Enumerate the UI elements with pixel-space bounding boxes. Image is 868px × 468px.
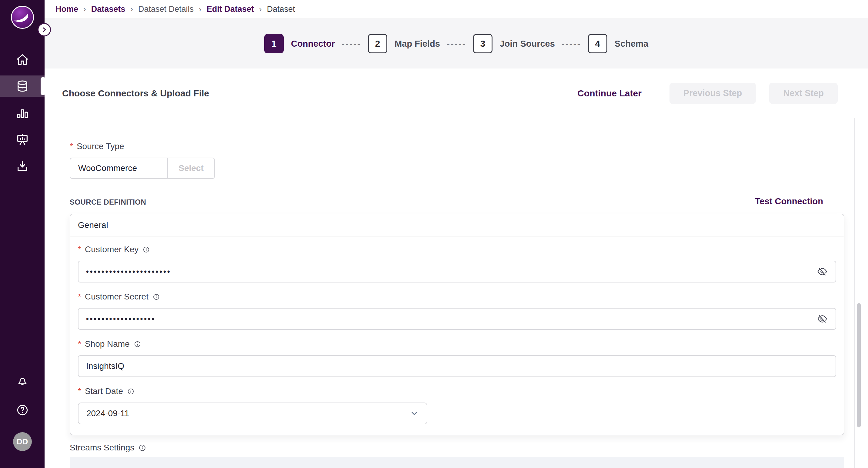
info-icon[interactable] [153,293,160,301]
stepper-band: 1 Connector ----- 2 Map Fields ----- 3 J… [44,19,868,68]
breadcrumb-separator: › [199,4,202,14]
sidebar-item-analytics[interactable] [0,99,44,126]
step-label: Map Fields [395,39,440,49]
step-number-badge: 2 [368,34,387,53]
shop-name-label: Shop Name [85,339,130,349]
breadcrumb-dataset-details[interactable]: Dataset Details [138,4,194,14]
info-icon[interactable] [134,341,141,348]
app-window: DD Home › Datasets › Dataset Details › E… [0,0,868,468]
notifications-button[interactable] [16,375,29,389]
help-button[interactable] [16,403,29,418]
breadcrumb-edit-dataset[interactable]: Edit Dataset [207,4,254,14]
breadcrumb-separator: › [130,4,133,14]
sidebar-item-datasets[interactable] [0,73,44,99]
shop-name-value: InsightsIQ [86,361,829,371]
download-icon [16,159,29,173]
brand-logo-icon [10,5,34,29]
bar-chart-icon [16,106,29,120]
sidebar-footer: DD [0,375,44,451]
sidebar-item-downloads[interactable] [0,153,44,180]
required-asterisk: * [78,245,81,254]
chevron-down-icon [410,409,419,418]
step-number-badge: 3 [473,34,493,53]
source-type-label-row: * Source Type [70,141,844,152]
chevron-right-icon [40,26,48,34]
page-header: Choose Connectors & Upload File Continue… [44,68,868,118]
home-icon [16,53,29,66]
streams-settings-row: Streams Settings [70,442,844,453]
sidebar-active-indicator [41,77,45,95]
breadcrumb-dataset: Dataset [267,4,295,14]
sidebar: DD [0,0,44,468]
shop-name-label-row: * Shop Name [78,339,836,349]
previous-step-button[interactable]: Previous Step [670,83,756,104]
source-type-label: Source Type [77,142,124,151]
step-number-badge: 4 [588,34,607,53]
customer-key-label-row: * Customer Key [78,244,836,255]
brand-logo[interactable] [0,5,44,29]
shop-name-input[interactable]: InsightsIQ [78,355,836,377]
start-date-label: Start Date [85,386,123,396]
sidebar-item-home[interactable] [0,46,44,73]
bell-icon [16,375,29,388]
step-join-sources[interactable]: 3 Join Sources [473,34,555,53]
group-title-general: General [70,214,844,237]
toggle-visibility-button[interactable] [815,312,829,325]
start-date-label-row: * Start Date [78,386,836,397]
source-type-input-group: WooCommerce Select [70,158,215,179]
required-asterisk: * [78,339,81,349]
database-icon [16,79,29,93]
step-map-fields[interactable]: 2 Map Fields [368,34,440,53]
breadcrumb-datasets[interactable]: Datasets [91,4,125,14]
main-area: Home › Datasets › Dataset Details › Edit… [44,0,868,468]
customer-key-input[interactable]: •••••••••••••••••••••• [78,261,836,282]
sidebar-nav [0,46,44,180]
page-title: Choose Connectors & Upload File [62,88,209,98]
customer-secret-input[interactable]: •••••••••••••••••• [78,308,836,330]
form-scroll-area: * Source Type WooCommerce Select SOURCE … [44,118,868,468]
toggle-visibility-button[interactable] [815,265,829,278]
customer-key-label: Customer Key [85,245,138,254]
eye-off-icon [817,267,827,277]
required-asterisk: * [78,292,81,302]
continue-later-button[interactable]: Continue Later [577,88,642,98]
presentation-icon [16,132,29,147]
customer-key-masked-value: •••••••••••••••••••••• [86,261,815,282]
avatar[interactable]: DD [13,432,32,451]
source-definition-title: SOURCE DEFINITION [70,198,146,207]
wizard-stepper: 1 Connector ----- 2 Map Fields ----- 3 J… [264,34,648,53]
eye-off-icon [817,314,827,324]
connector-form: * Source Type WooCommerce Select SOURCE … [44,118,844,468]
source-definition-panel: General * Customer Key •••••••••••••••••… [70,214,844,435]
required-asterisk: * [70,142,73,151]
source-type-select-button[interactable]: Select [167,158,214,178]
sidebar-expand-button[interactable] [38,23,51,36]
step-schema[interactable]: 4 Schema [588,34,648,53]
start-date-select[interactable]: 2024-09-11 [78,403,427,424]
next-step-button[interactable]: Next Step [769,83,838,104]
customer-secret-label-row: * Customer Secret [78,291,836,302]
header-actions: Continue Later Previous Step Next Step [577,83,838,104]
breadcrumb: Home › Datasets › Dataset Details › Edit… [44,0,868,19]
step-connector-line: ----- [447,38,466,49]
panel-body: * Customer Key •••••••••••••••••••••• [70,237,844,435]
streams-table-header-strip [70,457,844,468]
step-number-badge: 1 [264,34,284,53]
sidebar-item-reports[interactable] [0,126,44,153]
customer-secret-label: Customer Secret [85,292,149,302]
info-icon[interactable] [127,388,134,395]
breadcrumb-separator: › [259,4,262,14]
customer-secret-masked-value: •••••••••••••••••• [86,308,815,330]
test-connection-button[interactable]: Test Connection [755,196,823,207]
vertical-scrollbar[interactable] [857,303,861,427]
step-connector[interactable]: 1 Connector [264,34,335,53]
info-icon[interactable] [143,246,150,253]
step-label: Join Sources [500,39,555,49]
breadcrumb-home[interactable]: Home [56,4,78,14]
info-icon[interactable] [138,444,146,451]
source-type-input[interactable]: WooCommerce [70,158,167,178]
source-definition-row: SOURCE DEFINITION Test Connection [70,196,844,207]
help-icon [16,403,29,417]
step-connector-line: ----- [342,38,361,49]
step-label: Schema [615,39,648,49]
